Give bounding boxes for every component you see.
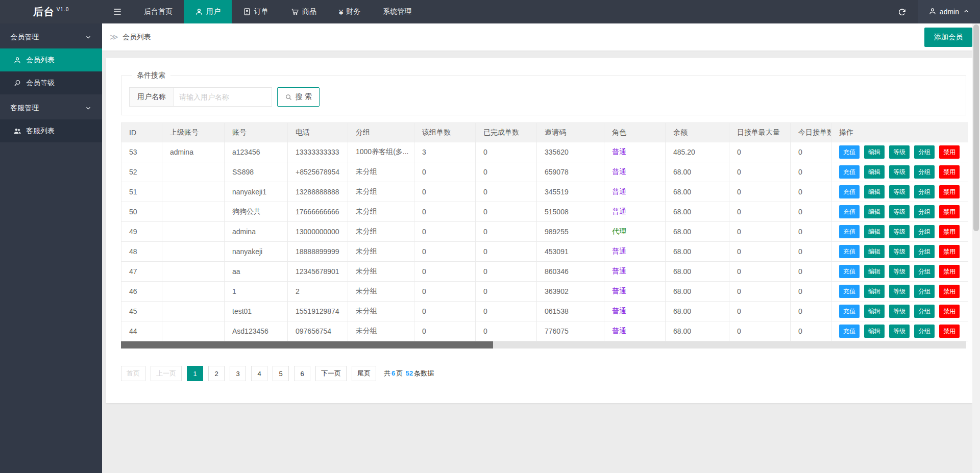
horizontal-scrollbar[interactable] (121, 341, 966, 348)
sidebar-item-0-0[interactable]: 会员列表 (0, 48, 102, 71)
sidebar-item-1-0[interactable]: 客服列表 (0, 119, 102, 142)
users-icon (13, 127, 21, 135)
row-action-button-3[interactable]: 分组 (914, 285, 935, 298)
row-action-button-1[interactable]: 编辑 (864, 205, 885, 218)
sidebar-item-label: 客服列表 (26, 127, 55, 136)
row-action-button-3[interactable]: 分组 (914, 265, 935, 278)
table-cell: test01 (225, 302, 288, 321)
row-action-button-2[interactable]: 等级 (889, 225, 910, 238)
row-action-button-3[interactable]: 分组 (914, 205, 935, 218)
row-action-button-2[interactable]: 等级 (889, 145, 910, 159)
actions-cell: 充值编辑等级分组禁用 (831, 222, 969, 242)
table-cell: 0 (791, 202, 831, 222)
table-cell: 47 (121, 262, 162, 282)
row-action-button-4[interactable]: 禁用 (939, 165, 960, 179)
row-action-button-4[interactable]: 禁用 (939, 245, 960, 258)
table-cell: 0 (476, 262, 537, 282)
top-nav-item-0[interactable]: 后台首页 (133, 0, 184, 23)
username-input[interactable] (174, 87, 272, 107)
row-action-button-1[interactable]: 编辑 (864, 245, 885, 258)
top-nav-item-5[interactable]: 系统管理 (372, 0, 423, 23)
vertical-scrollbar-thumb[interactable] (973, 24, 979, 231)
row-action-button-0[interactable]: 充值 (839, 165, 860, 179)
row-action-button-4[interactable]: 禁用 (939, 205, 960, 218)
pagination-prev-button[interactable]: 上一页 (151, 366, 182, 381)
row-action-button-2[interactable]: 等级 (889, 245, 910, 258)
row-action-button-4[interactable]: 禁用 (939, 185, 960, 198)
top-nav-item-1[interactable]: 用户 (184, 0, 232, 23)
row-action-button-1[interactable]: 编辑 (864, 225, 885, 238)
row-action-button-1[interactable]: 编辑 (864, 165, 885, 179)
row-action-button-2[interactable]: 等级 (889, 205, 910, 218)
row-action-button-0[interactable]: 充值 (839, 305, 860, 318)
row-action-button-0[interactable]: 充值 (839, 145, 860, 159)
sidebar-group-1[interactable]: 客服管理 (0, 96, 102, 119)
row-action-button-0[interactable]: 充值 (839, 245, 860, 258)
row-action-button-1[interactable]: 编辑 (864, 145, 885, 159)
sidebar-toggle-icon[interactable] (102, 0, 133, 23)
top-nav-item-4[interactable]: ¥财务 (328, 0, 372, 23)
table-cell: 0 (729, 321, 791, 341)
table-cell: 0 (414, 282, 476, 302)
row-action-button-4[interactable]: 禁用 (939, 145, 960, 159)
row-action-button-1[interactable]: 编辑 (864, 185, 885, 198)
row-action-button-3[interactable]: 分组 (914, 245, 935, 258)
row-action-button-2[interactable]: 等级 (889, 285, 910, 298)
row-action-button-2[interactable]: 等级 (889, 265, 910, 278)
row-action-button-4[interactable]: 禁用 (939, 265, 960, 278)
row-action-button-0[interactable]: 充值 (839, 325, 860, 338)
row-action-button-1[interactable]: 编辑 (864, 305, 885, 318)
horizontal-scrollbar-thumb[interactable] (121, 341, 493, 348)
table-row: 51nanyakeji113288888888未分组00345519普通68.0… (121, 182, 969, 202)
row-action-button-4[interactable]: 禁用 (939, 285, 960, 298)
pagination-page-2[interactable]: 2 (208, 366, 225, 381)
table-cell: 363902 (537, 282, 604, 302)
sidebar-item-0-1[interactable]: 会员等级 (0, 71, 102, 94)
vertical-scrollbar[interactable] (972, 23, 980, 473)
row-action-button-0[interactable]: 充值 (839, 205, 860, 218)
table-cell: 0 (729, 222, 791, 242)
pagination-page-6[interactable]: 6 (294, 366, 310, 381)
pagination-page-5[interactable]: 5 (273, 366, 289, 381)
row-action-button-2[interactable]: 等级 (889, 185, 910, 198)
pagination-page-4[interactable]: 4 (251, 366, 267, 381)
row-action-button-1[interactable]: 编辑 (864, 285, 885, 298)
row-action-button-2[interactable]: 等级 (889, 165, 910, 179)
row-action-button-4[interactable]: 禁用 (939, 225, 960, 238)
add-member-button[interactable]: 添加会员 (924, 28, 972, 47)
top-nav-item-3[interactable]: 商品 (280, 0, 328, 23)
table-cell: 68.00 (666, 242, 729, 262)
row-action-button-3[interactable]: 分组 (914, 325, 935, 338)
row-action-button-0[interactable]: 充值 (839, 225, 860, 238)
table-cell: 52 (121, 162, 162, 182)
row-action-button-4[interactable]: 禁用 (939, 325, 960, 338)
row-action-button-0[interactable]: 充值 (839, 265, 860, 278)
row-action-button-3[interactable]: 分组 (914, 145, 935, 159)
refresh-icon[interactable] (887, 0, 918, 23)
sidebar-group-label: 客服管理 (10, 104, 39, 113)
row-action-button-0[interactable]: 充值 (839, 185, 860, 198)
row-action-button-4[interactable]: 禁用 (939, 305, 960, 318)
row-action-button-0[interactable]: 充值 (839, 285, 860, 298)
pagination-page-3[interactable]: 3 (230, 366, 246, 381)
row-action-button-3[interactable]: 分组 (914, 305, 935, 318)
pagination-last-button[interactable]: 尾页 (352, 366, 376, 381)
row-action-button-1[interactable]: 编辑 (864, 265, 885, 278)
pagination-first-button[interactable]: 首页 (121, 366, 145, 381)
column-header: 邀请码 (537, 123, 604, 142)
pagination-next-button[interactable]: 下一页 (315, 366, 347, 381)
role-cell: 普通 (604, 182, 666, 202)
row-action-button-2[interactable]: 等级 (889, 325, 910, 338)
row-action-button-1[interactable]: 编辑 (864, 325, 885, 338)
table-cell: 51 (121, 182, 162, 202)
pagination-page-1[interactable]: 1 (187, 366, 203, 381)
top-nav-item-2[interactable]: 订单 (232, 0, 280, 23)
row-action-button-3[interactable]: 分组 (914, 225, 935, 238)
sidebar-group-0[interactable]: 会员管理 (0, 26, 102, 48)
table-cell: 49 (121, 222, 162, 242)
row-action-button-3[interactable]: 分组 (914, 165, 935, 179)
row-action-button-3[interactable]: 分组 (914, 185, 935, 198)
search-button[interactable]: 搜 索 (277, 87, 320, 107)
user-menu[interactable]: admin (918, 0, 980, 23)
row-action-button-2[interactable]: 等级 (889, 305, 910, 318)
